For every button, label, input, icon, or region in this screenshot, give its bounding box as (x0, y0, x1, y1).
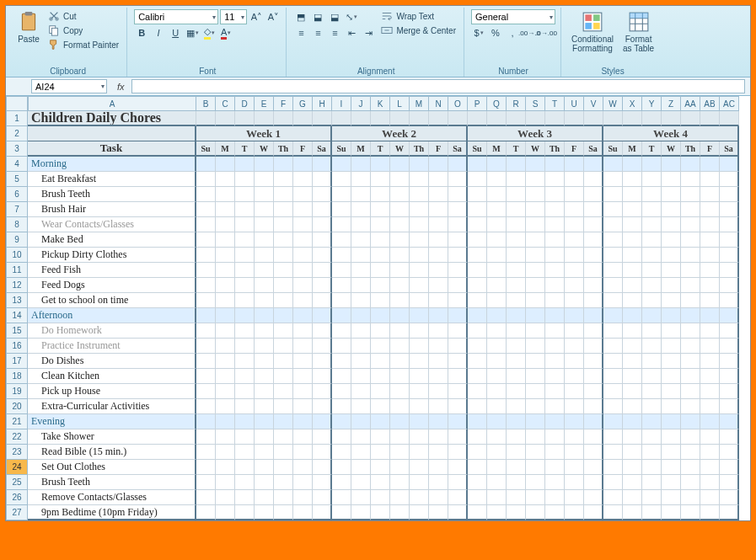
cell[interactable] (196, 505, 216, 520)
cell[interactable] (274, 308, 293, 323)
cell[interactable] (351, 414, 371, 429)
cell[interactable] (371, 460, 390, 475)
cell[interactable] (623, 263, 642, 278)
cell[interactable] (429, 339, 448, 354)
cell[interactable] (410, 111, 429, 126)
cell[interactable] (274, 445, 293, 460)
format-as-table-button[interactable]: Format as Table (619, 9, 657, 55)
formula-input[interactable] (131, 79, 745, 93)
cell[interactable] (623, 354, 642, 369)
cell[interactable] (468, 217, 487, 232)
cell[interactable] (526, 157, 545, 172)
cell[interactable] (351, 399, 371, 414)
cell[interactable] (429, 460, 448, 475)
cell[interactable] (642, 172, 662, 187)
cell[interactable] (700, 354, 720, 369)
cell[interactable] (448, 460, 468, 475)
cell[interactable] (429, 202, 448, 217)
cell[interactable] (274, 263, 293, 278)
column-header[interactable]: AA (681, 96, 700, 111)
row-header[interactable]: 10 (6, 248, 28, 263)
cell[interactable] (293, 399, 313, 414)
cell[interactable] (274, 475, 293, 490)
cell[interactable] (351, 111, 371, 126)
cell[interactable] (623, 429, 642, 445)
cell[interactable] (584, 293, 603, 308)
cell[interactable] (313, 172, 332, 187)
cell[interactable] (681, 248, 700, 263)
cell[interactable] (623, 384, 642, 399)
cell[interactable] (700, 323, 720, 339)
cell[interactable] (507, 475, 526, 490)
cell[interactable] (526, 460, 545, 475)
cell[interactable] (545, 278, 565, 293)
cell[interactable] (603, 490, 623, 505)
cell[interactable] (390, 172, 410, 187)
cell[interactable] (662, 384, 681, 399)
cell[interactable] (351, 263, 371, 278)
cell[interactable] (565, 217, 584, 232)
cell[interactable] (603, 217, 623, 232)
cell[interactable] (429, 172, 448, 187)
cell[interactable] (681, 384, 700, 399)
cell[interactable] (448, 157, 468, 172)
cell[interactable] (216, 399, 235, 414)
cell[interactable] (410, 232, 429, 248)
cell[interactable] (487, 339, 507, 354)
cell[interactable] (274, 460, 293, 475)
cell[interactable] (255, 232, 274, 248)
select-all-corner[interactable] (6, 96, 28, 111)
task-label[interactable]: Feed Dogs (28, 278, 196, 293)
cell[interactable] (332, 293, 351, 308)
cell[interactable] (429, 399, 448, 414)
cell[interactable] (351, 490, 371, 505)
conditional-formatting-button[interactable]: Conditional Formatting (568, 9, 617, 55)
cell[interactable] (700, 445, 720, 460)
cell[interactable] (351, 308, 371, 323)
cell[interactable] (487, 460, 507, 475)
cell[interactable] (584, 490, 603, 505)
task-label[interactable]: Pickup Dirty Clothes (28, 248, 196, 263)
cell[interactable] (603, 399, 623, 414)
cell[interactable] (565, 248, 584, 263)
cell[interactable] (623, 369, 642, 384)
cell[interactable] (584, 354, 603, 369)
cell[interactable] (681, 445, 700, 460)
cell[interactable] (720, 369, 739, 384)
cell[interactable] (255, 187, 274, 202)
cell[interactable] (196, 414, 216, 429)
cell[interactable] (468, 414, 487, 429)
cell[interactable] (429, 187, 448, 202)
cell[interactable] (662, 429, 681, 445)
cell[interactable] (681, 278, 700, 293)
cell[interactable] (371, 263, 390, 278)
cell[interactable] (584, 111, 603, 126)
cell[interactable] (700, 187, 720, 202)
week-header[interactable]: Week 2 (332, 126, 468, 141)
cell[interactable] (623, 339, 642, 354)
cell[interactable] (681, 308, 700, 323)
cell[interactable] (293, 293, 313, 308)
cell[interactable] (623, 157, 642, 172)
italic-button[interactable]: I (151, 25, 166, 40)
task-label[interactable]: Pick up House (28, 384, 196, 399)
cell[interactable] (487, 369, 507, 384)
cell[interactable] (448, 475, 468, 490)
cell[interactable] (313, 354, 332, 369)
cell[interactable] (565, 505, 584, 520)
cell[interactable] (332, 202, 351, 217)
cell[interactable] (623, 460, 642, 475)
bold-button[interactable]: B (134, 25, 149, 40)
cell[interactable] (623, 187, 642, 202)
cell[interactable] (235, 399, 255, 414)
cell[interactable] (255, 429, 274, 445)
day-header[interactable]: F (565, 141, 584, 157)
cell[interactable] (545, 460, 565, 475)
font-size-combo[interactable]: 11 (220, 9, 247, 24)
cell[interactable] (662, 172, 681, 187)
cell[interactable] (603, 414, 623, 429)
cell[interactable] (448, 429, 468, 445)
row-header[interactable]: 12 (6, 278, 28, 293)
cell[interactable] (468, 111, 487, 126)
cell[interactable] (720, 248, 739, 263)
